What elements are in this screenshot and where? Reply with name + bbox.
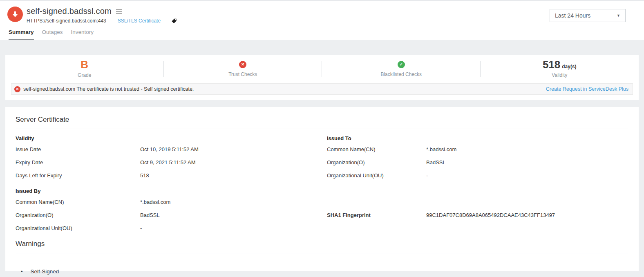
grade-label: Grade	[5, 72, 164, 78]
alert-bar: ✕ self-signed.badssl.com The certificate…	[11, 83, 633, 95]
detail-label: Organizational Unit(OU)	[327, 172, 426, 179]
divider	[16, 129, 628, 129]
detail-row: Organizational Unit(OU) -	[16, 221, 322, 235]
detail-value: -	[140, 225, 142, 231]
sha1-value: 99C1DAF07C8D69A8A065492DCAAE43C43FF13497	[426, 212, 555, 218]
create-request-link[interactable]: Create Request in ServiceDesk Plus	[546, 86, 628, 92]
blacklisted-checks-label: Blacklisted Checks	[322, 71, 481, 77]
alert-message: self-signed.badssl.com The certificate i…	[23, 86, 194, 92]
detail-row: Days Left for Expiry 518	[16, 169, 322, 182]
bullet-icon: •	[21, 268, 23, 275]
issued-by-section-title: Issued By	[16, 186, 322, 195]
detail-row: Expiry Date Oct 9, 2021 5:11:52 AM	[16, 156, 322, 169]
validity-section-title: Validity	[16, 134, 322, 143]
summary-panel: B Grade ✕ Trust Checks ✓ Blacklisted Che…	[5, 55, 639, 100]
time-range-value: Last 24 Hours	[555, 12, 590, 19]
monitor-type-link[interactable]: SSL/TLS Certificate	[118, 18, 161, 24]
tab-inventory[interactable]: Inventory	[71, 29, 94, 40]
hamburger-menu-icon[interactable]	[116, 8, 122, 15]
grade-value: B	[5, 59, 164, 70]
check-circle-icon: ✓	[398, 61, 405, 68]
tab-bar: Summary Outages Inventory	[9, 29, 94, 40]
validity-label: Validity	[481, 72, 639, 78]
detail-value: -	[426, 172, 428, 179]
tag-icon[interactable]	[171, 18, 177, 24]
warning-text: Self-Signed	[31, 268, 59, 275]
error-circle-icon: ✕	[14, 86, 20, 92]
chevron-down-icon: ▼	[617, 13, 620, 18]
detail-label: Common Name(CN)	[16, 199, 140, 205]
detail-value: BadSSL	[140, 212, 160, 218]
down-arrow-icon	[11, 11, 19, 18]
detail-row: Organizational Unit(OU) -	[327, 169, 628, 182]
sha1-label: SHA1 Fingerprint	[327, 212, 426, 218]
detail-row: Common Name(CN) *.badssl.com	[16, 195, 322, 208]
detail-row: Organization(O) BadSSL	[327, 156, 628, 169]
blacklisted-checks-card: ✓ Blacklisted Checks	[322, 55, 481, 83]
detail-value: Oct 9, 2021 5:11:52 AM	[140, 159, 196, 165]
summary-cards: B Grade ✕ Trust Checks ✓ Blacklisted Che…	[5, 55, 639, 83]
issued-to-section-title: Issued To	[327, 134, 628, 143]
detail-value: 518	[140, 172, 149, 179]
server-certificate-heading: Server Certificate	[16, 116, 628, 124]
detail-label: Organization(O)	[327, 159, 426, 165]
detail-label: Common Name(CN)	[327, 146, 426, 152]
detail-label: Organizational Unit(OU)	[16, 225, 140, 231]
detail-row: Issue Date Oct 10, 2019 5:11:52 AM	[16, 143, 322, 156]
validity-unit: day(s)	[562, 64, 576, 69]
validity-value: 518	[543, 58, 560, 71]
trust-checks-card: ✕ Trust Checks	[164, 55, 322, 83]
page-title: self-signed.badssl.com	[27, 7, 112, 16]
sha1-fingerprint-row: SHA1 Fingerprint 99C1DAF07C8D69A8A065492…	[327, 208, 628, 221]
monitor-header: self-signed.badssl.com HTTPS://self-sign…	[0, 1, 644, 40]
detail-value: Oct 10, 2019 5:11:52 AM	[140, 146, 199, 152]
fail-circle-icon: ✕	[239, 61, 246, 68]
detail-label: Days Left for Expiry	[16, 172, 140, 179]
certificate-details: Validity Issue Date Oct 10, 2019 5:11:52…	[16, 134, 628, 235]
server-certificate-panel: Server Certificate Validity Issue Date O…	[5, 107, 639, 271]
grade-card: B Grade	[5, 55, 164, 83]
trust-checks-label: Trust Checks	[164, 71, 322, 77]
detail-label: Expiry Date	[16, 159, 140, 165]
detail-label: Organization(O)	[16, 212, 140, 218]
detail-label: Issue Date	[16, 146, 140, 152]
monitor-url: HTTPS://self-signed.badssl.com:443	[27, 18, 106, 24]
divider	[16, 253, 628, 253]
detail-value: *.badssl.com	[140, 199, 170, 205]
validity-card: 518day(s) Validity	[481, 55, 639, 83]
detail-row: Common Name(CN) *.badssl.com	[327, 143, 628, 156]
detail-value: *.badssl.com	[426, 146, 456, 152]
details-left-column: Validity Issue Date Oct 10, 2019 5:11:52…	[16, 134, 322, 235]
warning-list-item: • Self-Signed	[16, 268, 628, 275]
warnings-heading: Warnings	[16, 240, 628, 248]
details-right-column: Issued To Common Name(CN) *.badssl.com O…	[322, 134, 628, 235]
tab-summary[interactable]: Summary	[9, 29, 34, 40]
time-range-dropdown[interactable]: Last 24 Hours ▼	[550, 9, 626, 22]
monitor-down-status-icon	[7, 7, 23, 22]
tab-outages[interactable]: Outages	[42, 29, 63, 40]
detail-value: BadSSL	[426, 159, 446, 165]
detail-row: Organization(O) BadSSL	[16, 208, 322, 221]
